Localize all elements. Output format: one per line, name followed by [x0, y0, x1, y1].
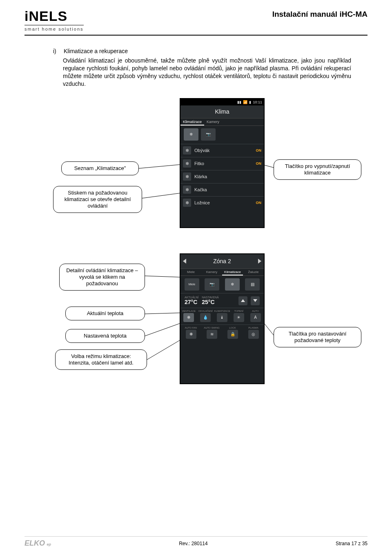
wifi-icon: 📶	[243, 100, 247, 104]
screen-title-label: Klima	[215, 108, 229, 115]
thermometer-icon[interactable]: 🌡	[217, 313, 227, 322]
mode-topeni: TOPENÍ ☀	[230, 308, 247, 324]
page-footer: ELKO ep Rev.: 280114 Strana 17 z 35	[24, 536, 368, 548]
temperature-row: AKTUÁLNÍ 27°C NASTAVENÁ 25°C	[180, 293, 264, 308]
camera-icon[interactable]: 📷	[201, 128, 216, 141]
list-item[interactable]: ❄ Klárka	[180, 170, 264, 183]
battery-icon: ▮	[249, 100, 251, 104]
snowflake-icon[interactable]: ❄	[225, 278, 240, 291]
page: iNELS smart home solutions Instalační ma…	[0, 0, 392, 555]
callout-aktualni: Aktuální teplota	[65, 307, 145, 320]
top-tabs: Klimatizace Kamery	[180, 119, 264, 126]
list-item[interactable]: ❄ Fitko ON	[180, 157, 264, 170]
selector-icons: ❄ 📷	[180, 126, 264, 144]
footer-page-number: Strana 17 z 35	[336, 541, 368, 546]
callout-onoff: Tlačítko pro vypnutí/zapnutí klimatizace	[274, 159, 361, 180]
footer-logo-block: ELKO ep	[24, 539, 51, 548]
mode-strip-1: VENTILACE ❋ ODVLHČENÍ 💧 KLIMATIZACE 🌡 TO…	[180, 308, 264, 324]
logo-sub: smart home solutions	[24, 25, 84, 31]
prev-zone-button[interactable]	[183, 259, 186, 264]
mode-klimatizace: KLIMATIZACE 🌡	[214, 308, 231, 324]
footer-revision: Rev.: 280114	[179, 541, 208, 546]
mode-strip-2: AUTO FAN ❋ AUTO SWING ≋ LOCK 🔒 PLASMA ◎	[180, 324, 264, 341]
mode-auto: AUTO A	[247, 308, 264, 324]
clock: 10:11	[253, 100, 262, 104]
zone-title: Zóna 2	[213, 258, 231, 264]
list-item[interactable]: ❄ Obývák ON	[180, 144, 264, 157]
tab-klimatizace[interactable]: Klimatizace	[180, 119, 204, 125]
on-toggle[interactable]: ON	[256, 201, 262, 205]
temp-down-button[interactable]	[251, 296, 260, 305]
sub-icon-row: Miele 📷 ❄ ▤	[180, 276, 264, 293]
mode-plasma: PLASMA ◎	[243, 325, 264, 341]
screen-title: Klima	[180, 105, 264, 119]
tab-zaluzie[interactable]: Žaluzie	[243, 269, 264, 275]
actual-temp-block: AKTUÁLNÍ 27°C	[185, 296, 198, 305]
on-toggle[interactable]: ON	[256, 161, 262, 166]
fan-icon[interactable]: ❋	[183, 313, 194, 322]
diagram-2: Detailní ovládání klimatizace – vyvolá s…	[53, 253, 351, 401]
signal-icon: ▮▮	[237, 100, 241, 104]
section-paragraph: Ovládání klimatizací je obousměrné, takž…	[63, 57, 351, 88]
callout-tlacitka-nast: Tlačítka pro nastavování požadované tepl…	[274, 327, 361, 348]
tab-klimatizace[interactable]: Klimatizace	[222, 269, 243, 275]
camera-icon[interactable]: 📷	[205, 278, 219, 291]
status-bar: ▮▮ 📶 ▮ 10:11	[180, 99, 264, 105]
sun-icon[interactable]: ☀	[234, 313, 244, 322]
actual-temp-label: AKTUÁLNÍ	[185, 296, 198, 299]
next-zone-button[interactable]	[258, 259, 261, 264]
blinds-icon[interactable]: ▤	[245, 278, 260, 291]
temp-up-button[interactable]	[238, 296, 247, 305]
logo-main: iNELS	[24, 8, 84, 24]
drop-icon[interactable]: 💧	[200, 313, 211, 322]
row-label: Kačka	[194, 187, 261, 192]
snowflake-icon: ❄	[183, 172, 191, 181]
section-heading: i) Klimatizace a rekuperace	[53, 48, 351, 54]
callout-stiskem: Stiskem na požadovanou klimatizaci se ot…	[53, 186, 142, 213]
set-temp-value: 25°C	[202, 299, 218, 305]
row-label: Ložnice	[194, 200, 256, 205]
snowflake-icon: ❄	[183, 199, 191, 207]
actual-temp-value: 27°C	[185, 299, 198, 305]
footer-logo-sub: ep	[47, 542, 51, 546]
row-label: Fitko	[194, 161, 256, 166]
swing-icon[interactable]: ≋	[207, 330, 217, 339]
page-header: iNELS smart home solutions Instalační ma…	[24, 8, 368, 36]
zone-bar: Zóna 2	[180, 254, 264, 269]
tab-kamery[interactable]: Kamery	[204, 119, 222, 125]
mode-lock: LOCK 🔒	[222, 325, 243, 341]
miele-icon[interactable]: Miele	[185, 278, 199, 291]
plasma-icon[interactable]: ◎	[248, 330, 259, 339]
list-item[interactable]: ❄ Ložnice ON	[180, 196, 264, 209]
footer-logo: ELKO	[24, 539, 45, 547]
callout-detail: Detailní ovládání klimatizace – vyvolá s…	[59, 264, 145, 291]
lock-icon[interactable]: 🔒	[227, 330, 238, 339]
set-temp-block: NASTAVENÁ 25°C	[202, 296, 218, 305]
tab-miele[interactable]: Miele	[180, 269, 201, 275]
snowflake-icon: ❄	[183, 146, 191, 154]
snowflake-icon[interactable]: ❄	[184, 128, 198, 141]
phone-screenshot-2: Zóna 2 Miele Kamery Klimatizace Žaluzie …	[180, 253, 265, 384]
sub-tabs: Miele Kamery Klimatizace Žaluzie	[180, 269, 264, 276]
content: i) Klimatizace a rekuperace Ovládání kli…	[24, 48, 368, 401]
list-item[interactable]: ❄ Kačka	[180, 183, 264, 196]
bullet-label: i)	[53, 48, 62, 54]
on-toggle[interactable]: ON	[256, 148, 262, 152]
diagram-1: Seznam „Klimatizace" Stiskem na požadova…	[53, 98, 351, 241]
callout-volba: Volba režimu klimatizace: Intenzita, otá…	[55, 349, 147, 370]
row-label: Klárka	[194, 174, 261, 179]
snowflake-icon: ❄	[183, 159, 191, 168]
mode-autofan: AUTO FAN ❋	[180, 325, 201, 341]
climate-list: ❄ Obývák ON ❄ Fitko ON ❄ Klárka	[180, 144, 264, 209]
tab-kamery[interactable]: Kamery	[201, 269, 222, 275]
row-label: Obývák	[194, 148, 256, 153]
mode-odvlhceni: ODVLHČENÍ 💧	[197, 308, 214, 324]
auto-icon[interactable]: A	[250, 313, 261, 322]
callout-nastavena: Nastavená teplota	[65, 329, 145, 343]
mode-ventilace: VENTILACE ❋	[180, 308, 197, 324]
set-temp-label: NASTAVENÁ	[202, 296, 218, 299]
mode-autoswing: AUTO SWING ≋	[201, 325, 222, 341]
callout-seznam: Seznam „Klimatizace"	[61, 161, 139, 175]
fan-auto-icon[interactable]: ❋	[186, 330, 196, 339]
snowflake-icon: ❄	[183, 186, 191, 194]
